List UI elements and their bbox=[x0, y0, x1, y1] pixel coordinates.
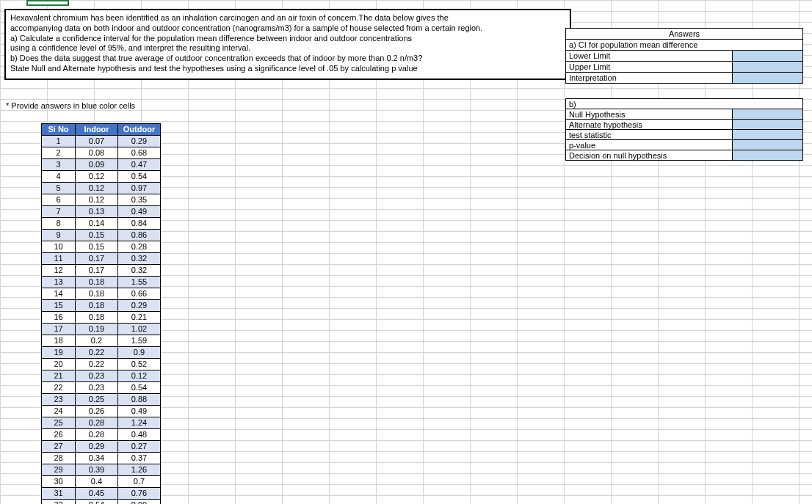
table-cell[interactable]: 0.13 bbox=[76, 206, 118, 218]
table-cell[interactable]: 0.2 bbox=[76, 335, 118, 347]
table-cell[interactable]: 0.34 bbox=[76, 453, 118, 464]
table-cell[interactable]: 1 bbox=[42, 136, 76, 147]
table-cell[interactable]: 0.28 bbox=[76, 429, 118, 441]
table-cell[interactable]: 0.45 bbox=[76, 488, 118, 500]
table-cell[interactable]: 0.48 bbox=[118, 429, 161, 441]
table-cell[interactable]: 0.17 bbox=[76, 265, 118, 277]
table-cell[interactable]: 0.19 bbox=[76, 324, 118, 335]
table-cell[interactable]: 0.12 bbox=[76, 183, 118, 194]
table-cell[interactable]: 0.25 bbox=[76, 394, 118, 406]
table-cell[interactable]: 0.22 bbox=[76, 359, 118, 370]
table-cell[interactable]: 0.29 bbox=[76, 441, 118, 453]
table-cell[interactable]: 28 bbox=[42, 453, 76, 464]
table-cell[interactable]: 29 bbox=[42, 464, 76, 476]
table-cell[interactable]: 16 bbox=[42, 312, 76, 324]
table-cell[interactable]: 0.15 bbox=[76, 241, 118, 253]
table-cell[interactable]: 23 bbox=[42, 394, 76, 406]
table-cell[interactable]: 0.18 bbox=[76, 288, 118, 300]
table-cell[interactable]: 0.29 bbox=[118, 136, 161, 147]
table-cell[interactable]: 17 bbox=[42, 324, 76, 335]
table-cell[interactable]: 0.76 bbox=[118, 488, 161, 500]
table-cell[interactable]: 1.59 bbox=[118, 335, 161, 347]
table-cell[interactable]: 0.86 bbox=[118, 230, 161, 241]
table-cell[interactable]: 0.32 bbox=[118, 265, 161, 277]
table-cell[interactable]: 0.12 bbox=[76, 171, 118, 183]
table-cell[interactable]: 1.02 bbox=[118, 324, 161, 335]
table-cell[interactable]: 0.28 bbox=[118, 241, 161, 253]
table-cell[interactable]: 4 bbox=[42, 171, 76, 183]
lower-limit-input[interactable] bbox=[733, 51, 803, 62]
table-cell[interactable]: 0.9 bbox=[118, 347, 161, 359]
decision-input[interactable] bbox=[733, 150, 803, 161]
table-cell[interactable]: 0.39 bbox=[76, 464, 118, 476]
table-cell[interactable]: 30 bbox=[42, 476, 76, 488]
table-cell[interactable]: 27 bbox=[42, 441, 76, 453]
table-cell[interactable]: 24 bbox=[42, 406, 76, 417]
table-cell[interactable]: 6 bbox=[42, 194, 76, 206]
table-cell[interactable]: 0.26 bbox=[76, 406, 118, 417]
table-cell[interactable]: 0.23 bbox=[76, 382, 118, 394]
test-statistic-input[interactable] bbox=[733, 130, 803, 140]
table-cell[interactable]: 0.18 bbox=[76, 300, 118, 312]
table-cell[interactable]: 0.4 bbox=[76, 476, 118, 488]
table-cell[interactable]: 0.22 bbox=[76, 347, 118, 359]
table-cell[interactable]: 26 bbox=[42, 429, 76, 441]
table-cell[interactable]: 25 bbox=[42, 417, 76, 429]
table-cell[interactable]: 0.52 bbox=[118, 359, 161, 370]
table-cell[interactable]: 15 bbox=[42, 300, 76, 312]
table-cell[interactable]: 0.21 bbox=[118, 312, 161, 324]
table-cell[interactable]: 31 bbox=[42, 488, 76, 500]
alt-hypothesis-input[interactable] bbox=[733, 120, 803, 130]
table-cell[interactable]: 0.88 bbox=[118, 394, 161, 406]
table-cell[interactable]: 0.7 bbox=[118, 476, 161, 488]
table-cell[interactable]: 0.54 bbox=[118, 171, 161, 183]
table-cell[interactable]: 0.68 bbox=[118, 147, 161, 159]
table-cell[interactable]: 1.26 bbox=[118, 464, 161, 476]
table-cell[interactable]: 20 bbox=[42, 359, 76, 370]
table-cell[interactable]: 0.47 bbox=[118, 159, 161, 171]
table-cell[interactable]: 1.24 bbox=[118, 417, 161, 429]
table-cell[interactable]: 18 bbox=[42, 335, 76, 347]
interpretation-input[interactable] bbox=[733, 73, 803, 84]
table-cell[interactable]: 3 bbox=[42, 159, 76, 171]
table-cell[interactable]: 0.15 bbox=[76, 230, 118, 241]
upper-limit-input[interactable] bbox=[733, 62, 803, 73]
table-cell[interactable]: 8 bbox=[42, 218, 76, 230]
table-cell[interactable]: 0.18 bbox=[76, 312, 118, 324]
table-cell[interactable]: 2 bbox=[42, 147, 76, 159]
table-cell[interactable]: 0.49 bbox=[118, 406, 161, 417]
table-cell[interactable]: 0.35 bbox=[118, 194, 161, 206]
table-cell[interactable]: 0.97 bbox=[118, 183, 161, 194]
table-cell[interactable]: 0.28 bbox=[76, 417, 118, 429]
table-cell[interactable]: 0.37 bbox=[118, 453, 161, 464]
table-cell[interactable]: 22 bbox=[42, 382, 76, 394]
table-cell[interactable]: 0.12 bbox=[118, 370, 161, 382]
table-cell[interactable]: 5 bbox=[42, 183, 76, 194]
table-cell[interactable]: 0.54 bbox=[118, 382, 161, 394]
p-value-input[interactable] bbox=[733, 140, 803, 150]
table-cell[interactable]: 14 bbox=[42, 288, 76, 300]
table-cell[interactable]: 32 bbox=[42, 500, 76, 505]
table-cell[interactable]: 0.23 bbox=[76, 370, 118, 382]
table-cell[interactable]: 13 bbox=[42, 277, 76, 288]
table-cell[interactable]: 0.29 bbox=[118, 300, 161, 312]
table-cell[interactable]: 0.18 bbox=[76, 277, 118, 288]
table-cell[interactable]: 0.09 bbox=[76, 159, 118, 171]
table-cell[interactable]: 9 bbox=[42, 230, 76, 241]
table-cell[interactable]: 0.08 bbox=[76, 147, 118, 159]
table-cell[interactable]: 0.07 bbox=[76, 136, 118, 147]
table-cell[interactable]: 0.12 bbox=[76, 194, 118, 206]
table-cell[interactable]: 10 bbox=[42, 241, 76, 253]
table-cell[interactable]: 0.66 bbox=[118, 288, 161, 300]
table-cell[interactable]: 0.54 bbox=[76, 500, 118, 505]
table-cell[interactable]: 19 bbox=[42, 347, 76, 359]
null-hypothesis-input[interactable] bbox=[733, 109, 803, 120]
table-cell[interactable]: 0.32 bbox=[118, 253, 161, 265]
table-cell[interactable]: 0.17 bbox=[76, 253, 118, 265]
table-cell[interactable]: 7 bbox=[42, 206, 76, 218]
table-cell[interactable]: 1.55 bbox=[118, 277, 161, 288]
table-cell[interactable]: 21 bbox=[42, 370, 76, 382]
table-cell[interactable]: 0.49 bbox=[118, 206, 161, 218]
table-cell[interactable]: 0.99 bbox=[118, 500, 161, 505]
table-cell[interactable]: 11 bbox=[42, 253, 76, 265]
